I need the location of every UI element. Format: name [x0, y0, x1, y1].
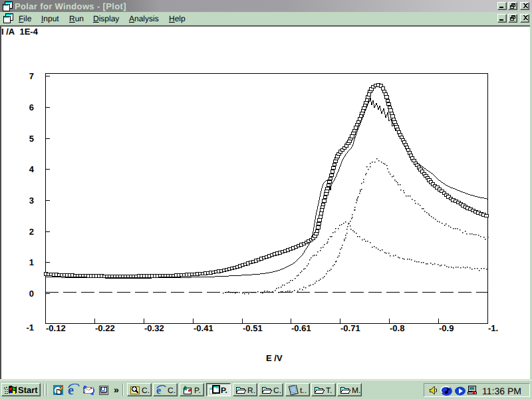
svg-text:7: 7 — [29, 71, 34, 81]
svg-text:-0.8: -0.8 — [390, 323, 404, 333]
svg-text:-0.32: -0.32 — [144, 323, 164, 333]
svg-text:-0.51: -0.51 — [243, 323, 263, 333]
svg-text:3: 3 — [29, 196, 34, 205]
svg-text:-1.: -1. — [488, 323, 498, 333]
svg-text:0: 0 — [29, 289, 34, 299]
svg-text:4: 4 — [29, 164, 35, 174]
svg-text:-0.41: -0.41 — [194, 323, 213, 333]
svg-text:E /V: E /V — [266, 353, 283, 363]
svg-text:I /A 1E-4: I /A 1E-4 — [1, 27, 39, 37]
svg-text:6: 6 — [29, 102, 34, 112]
svg-text:5: 5 — [29, 134, 34, 144]
svg-text:-0.22: -0.22 — [95, 323, 115, 333]
svg-text:-0.71: -0.71 — [340, 323, 360, 333]
svg-text:2: 2 — [29, 227, 34, 237]
svg-text:-0.12: -0.12 — [46, 323, 66, 333]
svg-text:-0.61: -0.61 — [291, 323, 311, 333]
svg-text:-0.9: -0.9 — [439, 323, 454, 333]
svg-text:-1: -1 — [26, 323, 34, 332]
svg-text:1: 1 — [29, 257, 34, 267]
